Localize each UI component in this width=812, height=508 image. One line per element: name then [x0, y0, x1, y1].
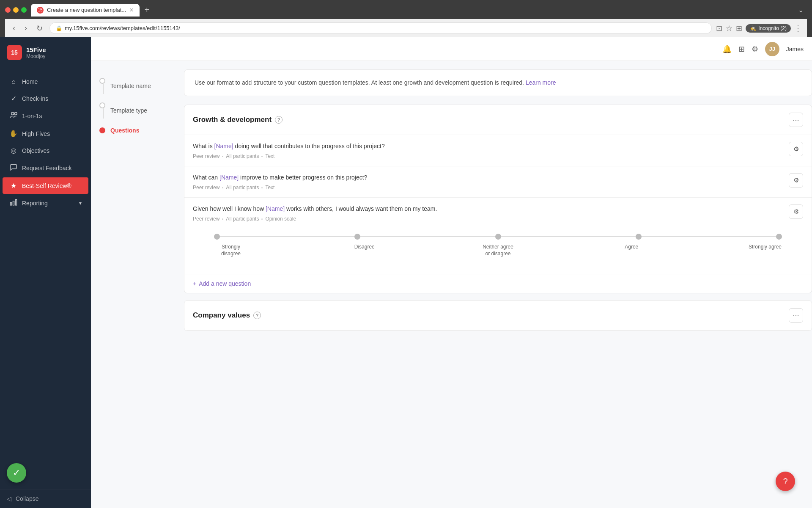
sidebar-item-objectives[interactable]: ◎ Objectives: [3, 142, 88, 159]
step-questions[interactable]: Questions: [99, 123, 176, 138]
sidebar-item-reporting[interactable]: Reporting ▾: [3, 194, 88, 212]
address-bar[interactable]: 🔒 my.15five.com/reviews/templates/edit/1…: [49, 22, 712, 34]
question-meta-2: Peer review All participants Text: [193, 185, 784, 190]
sidebar-item-label: Check-ins: [22, 95, 48, 102]
scale-point-2: [354, 234, 360, 240]
cast-icon[interactable]: ⊡: [716, 24, 722, 33]
app-name: 15Five: [26, 46, 46, 53]
tab-favicon: 15: [37, 7, 44, 14]
step-dot-questions: [99, 127, 105, 133]
incognito-badge: 🕵 Incognito (2): [746, 24, 791, 33]
sidebar-item-label: 1-on-1s: [22, 113, 42, 119]
top-bar: 🔔 ⊞ ⚙ JJ James: [91, 37, 812, 61]
company-values-title: Company values ?: [193, 311, 261, 320]
question-content-3: Given how well I know how [Name] works w…: [193, 204, 784, 222]
grid-icon[interactable]: ⊞: [738, 44, 745, 54]
sidebar-item-best-self-review[interactable]: ★ Best-Self Review®: [3, 177, 88, 194]
close-traffic-light[interactable]: [5, 7, 11, 13]
settings-gear-icon[interactable]: ⚙: [752, 44, 758, 54]
step-template-type[interactable]: Template type: [99, 98, 176, 123]
q2-meta-participants: All participants: [226, 185, 259, 190]
step-template-name[interactable]: Template name: [99, 74, 176, 98]
sidebar-nav: ⌂ Home ✓ Check-ins 1-on-1s ✋ High Fives …: [0, 68, 91, 489]
user-avatar[interactable]: JJ: [765, 42, 779, 56]
float-help-button[interactable]: ?: [776, 472, 795, 491]
question-meta-3: Peer review All participants Opinion sca…: [193, 216, 784, 222]
collapse-label: Collapse: [16, 495, 38, 502]
new-tab-button[interactable]: +: [141, 3, 153, 17]
question-text-3: Given how well I know how [Name] works w…: [193, 204, 784, 213]
best-self-review-icon: ★: [9, 182, 18, 190]
incognito-icon: 🕵: [750, 25, 756, 31]
profile-icon[interactable]: ⊞: [736, 24, 742, 33]
meta-dot: [261, 218, 263, 220]
collapse-icon: ◁: [7, 495, 11, 502]
maximize-traffic-light[interactable]: [21, 7, 27, 13]
reporting-icon: [9, 199, 18, 208]
scale-point-1: [214, 234, 220, 240]
forward-button[interactable]: ›: [22, 23, 30, 33]
sidebar-item-home[interactable]: ⌂ Home: [3, 74, 88, 90]
step-label-template-name: Template name: [110, 83, 151, 89]
active-tab[interactable]: 15 Create a new question templat... ×: [31, 4, 140, 17]
notification-bell-icon[interactable]: 🔔: [722, 44, 732, 54]
q3-top: Given how well I know how [Name] works w…: [193, 204, 803, 222]
bookmark-icon[interactable]: ☆: [726, 24, 732, 33]
question-settings-button-1[interactable]: ⚙: [789, 142, 803, 156]
growth-more-button[interactable]: ···: [789, 113, 803, 127]
collapse-button[interactable]: ◁ Collapse: [0, 489, 91, 508]
incognito-label: Incognito (2): [758, 25, 787, 31]
meta-dot: [222, 218, 223, 220]
company-title-text: Company values: [193, 311, 250, 320]
tab-close-button[interactable]: ×: [129, 6, 133, 14]
sidebar-item-label: Home: [22, 78, 38, 85]
high-fives-icon: ✋: [9, 130, 18, 138]
question-settings-button-2[interactable]: ⚙: [789, 173, 803, 188]
company-more-button[interactable]: ···: [789, 308, 803, 323]
sidebar: 15 15Five Moodjoy ⌂ Home ✓ Check-ins 1-o…: [0, 37, 91, 508]
main-content: 🔔 ⊞ ⚙ JJ James Template name: [91, 37, 812, 508]
menu-button[interactable]: ⋮: [794, 24, 802, 33]
browser-controls: ‹ › ↻ 🔒 my.15five.com/reviews/templates/…: [5, 19, 807, 37]
back-button[interactable]: ‹: [10, 23, 18, 33]
sidebar-item-request-feedback[interactable]: Request Feedback: [3, 159, 88, 177]
q1-meta-participants: All participants: [226, 153, 259, 159]
scale-point-3: [495, 234, 501, 240]
sidebar-item-1on1s[interactable]: 1-on-1s: [3, 107, 88, 125]
growth-help-icon[interactable]: ?: [275, 116, 283, 124]
learn-more-link[interactable]: Learn more: [526, 79, 556, 86]
minimize-traffic-light[interactable]: [13, 7, 19, 13]
add-icon: +: [193, 280, 196, 287]
user-name: James: [786, 46, 804, 52]
scale-label-1: Strongly disagree: [214, 244, 248, 257]
scale-point-4: [636, 234, 642, 240]
float-check-button[interactable]: ✓: [7, 463, 26, 483]
app-container: 15 15Five Moodjoy ⌂ Home ✓ Check-ins 1-o…: [0, 37, 812, 508]
objectives-icon: ◎: [9, 146, 18, 155]
q2-meta-reviewer: Peer review: [193, 185, 219, 190]
name-tag-q3: [Name]: [266, 205, 285, 212]
user-initials: JJ: [769, 46, 775, 52]
reload-button[interactable]: ↻: [34, 23, 45, 34]
question-item-2: What can [Name] improve to make better p…: [184, 166, 812, 198]
svg-point-1: [14, 112, 17, 115]
scale-label-2: Disagree: [348, 244, 381, 257]
scale-label-3: Neither agree or disagree: [481, 244, 515, 257]
q3-meta-type: Opinion scale: [265, 216, 296, 222]
sidebar-item-label: Reporting: [22, 200, 48, 207]
svg-point-0: [11, 112, 14, 115]
tab-list-button[interactable]: ⌄: [795, 6, 807, 14]
section-title-text: Growth & development: [193, 116, 272, 124]
one-on-one-icon: [9, 111, 18, 121]
sidebar-item-high-fives[interactable]: ✋ High Fives: [3, 125, 88, 142]
reporting-chevron-icon: ▾: [79, 200, 82, 206]
question-settings-button-3[interactable]: ⚙: [789, 204, 803, 219]
meta-dot: [261, 156, 263, 157]
question-text-1: What is [Name] doing well that contribut…: [193, 142, 784, 151]
tab-title: Create a new question templat...: [47, 7, 126, 13]
sidebar-item-label: Best-Self Review®: [22, 182, 71, 189]
add-question-button[interactable]: + Add a new question: [184, 274, 812, 293]
company-help-icon[interactable]: ?: [253, 312, 261, 319]
sidebar-item-check-ins[interactable]: ✓ Check-ins: [3, 90, 88, 107]
company-values-section: Company values ? ···: [184, 300, 812, 331]
